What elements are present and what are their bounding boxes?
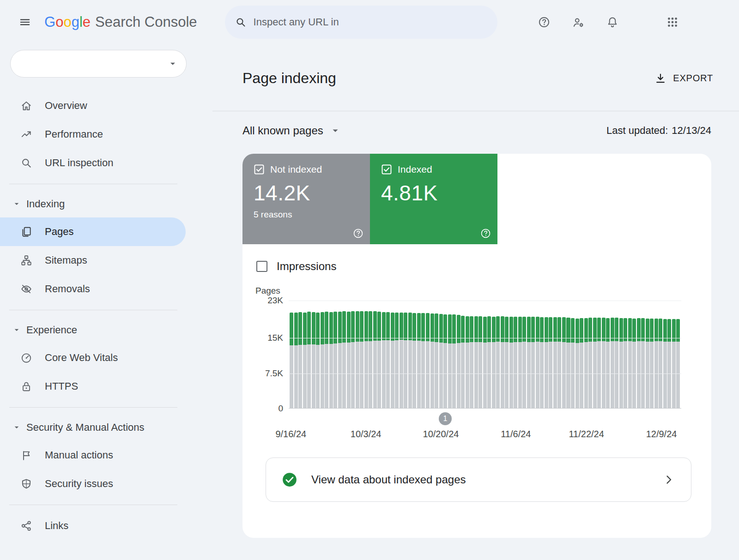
chart-bar[interactable] (514, 301, 517, 408)
chart-bar[interactable] (430, 301, 434, 408)
chart-bar[interactable] (663, 301, 667, 408)
chart-bar[interactable] (575, 301, 579, 408)
chart-bar[interactable] (342, 301, 346, 408)
chart-bar[interactable] (470, 301, 473, 408)
chart-bar[interactable] (439, 301, 443, 408)
chart-bar[interactable] (426, 301, 430, 408)
chart-bar[interactable] (461, 301, 465, 408)
chart-bar[interactable] (584, 301, 588, 408)
chart-bar[interactable] (602, 301, 606, 408)
chart-bar[interactable] (545, 301, 548, 408)
chart-bar[interactable] (382, 301, 386, 408)
checkbox-unchecked-icon[interactable] (256, 261, 267, 272)
sidebar-item-links[interactable]: Links (0, 512, 186, 540)
chart-bar[interactable] (325, 301, 328, 408)
chart-bar[interactable] (553, 301, 557, 408)
sidebar-item-core-web-vitals[interactable]: Core Web Vitals (0, 343, 186, 372)
chart-bar[interactable] (615, 301, 618, 408)
chart-bar[interactable] (641, 301, 645, 408)
search-input[interactable] (253, 16, 491, 29)
chart-bar[interactable] (400, 301, 403, 408)
property-selector[interactable] (10, 50, 187, 78)
chart-bar[interactable] (404, 301, 407, 408)
indexed-stat-card[interactable]: Indexed 4.81K (370, 154, 497, 244)
chart-bar[interactable] (294, 301, 298, 408)
chart-bar[interactable] (540, 301, 544, 408)
chart-bar[interactable] (298, 301, 302, 408)
sidebar-section-indexing[interactable]: Indexing (0, 191, 212, 217)
url-inspect-search-bar[interactable] (225, 6, 497, 39)
sidebar-item-pages[interactable]: Pages (0, 217, 186, 246)
chart-bar[interactable] (672, 301, 676, 408)
checkbox-checked-icon[interactable] (254, 164, 265, 175)
chart-bar[interactable] (479, 301, 482, 408)
chart-bar[interactable] (667, 301, 671, 408)
sidebar-item-security-issues[interactable]: Security issues (0, 470, 186, 498)
chart-bar[interactable] (307, 301, 311, 408)
export-button[interactable]: EXPORT (654, 72, 713, 84)
impressions-toggle[interactable]: Impressions (256, 260, 336, 273)
page-filter-dropdown[interactable]: All known pages (242, 124, 341, 137)
chart-bar[interactable] (509, 301, 513, 408)
chart-bar[interactable] (391, 301, 394, 408)
chart-bar[interactable] (483, 301, 487, 408)
chart-bar[interactable] (412, 301, 416, 408)
chart-bar[interactable] (351, 301, 355, 408)
chart-bar[interactable] (597, 301, 601, 408)
chart-bar[interactable] (408, 301, 412, 408)
chart-bar[interactable] (329, 301, 333, 408)
sidebar-item-url-inspection[interactable]: URL inspection (0, 149, 186, 177)
chart-bar[interactable] (492, 301, 496, 408)
chart-bar[interactable] (611, 301, 614, 408)
chart-bar[interactable] (316, 301, 320, 408)
chart-bar[interactable] (443, 301, 447, 408)
chart-bar[interactable] (659, 301, 662, 408)
chart-bar[interactable] (549, 301, 552, 408)
chart-bar[interactable] (518, 301, 522, 408)
chart-bar[interactable] (628, 301, 632, 408)
chart-bar[interactable] (421, 301, 425, 408)
chart-bar[interactable] (303, 301, 307, 408)
chart-bar[interactable] (606, 301, 610, 408)
help-icon[interactable] (531, 9, 557, 35)
chart-bar[interactable] (457, 301, 460, 408)
chart-bar[interactable] (333, 301, 337, 408)
chart-bar[interactable] (321, 301, 324, 408)
chart-bar[interactable] (395, 301, 399, 408)
chart-bar[interactable] (452, 301, 456, 408)
chart-bar[interactable] (619, 301, 623, 408)
help-icon[interactable] (353, 228, 363, 239)
chart-bar[interactable] (522, 301, 526, 408)
chart-bar[interactable] (338, 301, 342, 408)
sidebar-section-experience[interactable]: Experience (0, 317, 212, 343)
chart-bar[interactable] (566, 301, 570, 408)
chart-bar[interactable] (536, 301, 539, 408)
chart-bar[interactable] (676, 301, 680, 408)
chart-bar[interactable] (347, 301, 351, 408)
chart-bar[interactable] (466, 301, 469, 408)
chart-bar[interactable] (632, 301, 636, 408)
chart-bar[interactable] (312, 301, 315, 408)
sidebar-item-overview[interactable]: Overview (0, 91, 186, 120)
chart-bar[interactable] (646, 301, 649, 408)
chart-bar[interactable] (593, 301, 597, 408)
chart-bar[interactable] (637, 301, 641, 408)
chart-bar[interactable] (557, 301, 561, 408)
chart-bar[interactable] (377, 301, 381, 408)
chart-bar[interactable] (373, 301, 377, 408)
chart-bar[interactable] (356, 301, 359, 408)
chart-bar[interactable] (369, 301, 372, 408)
chart-bar[interactable] (290, 301, 293, 408)
chart-bar[interactable] (505, 301, 509, 408)
chart-bar[interactable] (474, 301, 478, 408)
sidebar-item-https[interactable]: HTTPS (0, 372, 186, 401)
chart-bar[interactable] (448, 301, 452, 408)
notifications-bell-icon[interactable] (600, 9, 625, 35)
chart-bar[interactable] (588, 301, 592, 408)
google-apps-grid-icon[interactable] (660, 9, 685, 35)
view-indexed-data-button[interactable]: View data about indexed pages (266, 458, 691, 502)
chart-bar[interactable] (435, 301, 438, 408)
chart-bar[interactable] (360, 301, 363, 408)
help-icon[interactable] (480, 228, 491, 239)
sidebar-item-manual-actions[interactable]: Manual actions (0, 441, 186, 470)
